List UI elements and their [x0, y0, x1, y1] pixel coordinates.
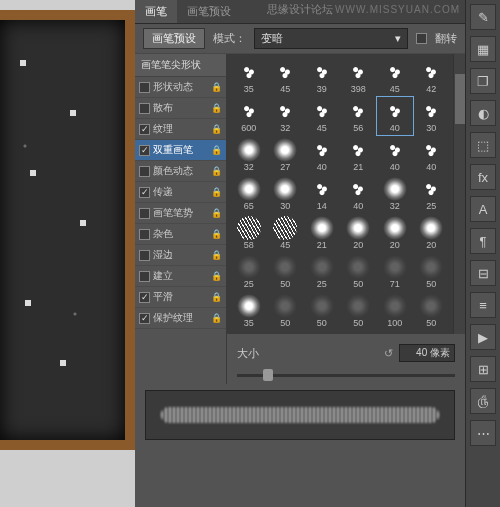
brush-thumb-2[interactable]: 39 — [304, 58, 340, 96]
tool-brush-icon[interactable]: ✎ — [470, 4, 496, 30]
option-0[interactable]: 形状动态🔒 — [135, 77, 226, 98]
tab-brush[interactable]: 画笔 — [135, 0, 177, 23]
brush-thumb-9[interactable]: 56 — [341, 97, 377, 135]
option-checkbox[interactable] — [139, 271, 150, 282]
tool-align-icon[interactable]: ≡ — [470, 292, 496, 318]
brush-thumb-12[interactable]: 32 — [231, 136, 267, 174]
brush-thumb-19[interactable]: 30 — [268, 175, 304, 213]
brush-thumb-10[interactable]: 40 — [377, 97, 413, 135]
brush-thumb-23[interactable]: 25 — [414, 175, 450, 213]
options-header[interactable]: 画笔笔尖形状 — [135, 54, 226, 77]
brush-thumb-5[interactable]: 42 — [414, 58, 450, 96]
option-11[interactable]: 保护纹理🔒 — [135, 308, 226, 329]
brush-preset-button[interactable]: 画笔预设 — [143, 28, 205, 49]
option-checkbox[interactable] — [139, 313, 150, 324]
tool-char-icon[interactable]: A — [470, 196, 496, 222]
option-checkbox[interactable] — [139, 208, 150, 219]
option-checkbox[interactable] — [139, 229, 150, 240]
lock-icon[interactable]: 🔒 — [211, 292, 222, 302]
brush-thumb-27[interactable]: 20 — [341, 214, 377, 252]
lock-icon[interactable]: 🔒 — [211, 208, 222, 218]
brush-thumb-3[interactable]: 398 — [341, 58, 377, 96]
lock-icon[interactable]: 🔒 — [211, 313, 222, 323]
canvas-blackboard[interactable] — [0, 10, 135, 450]
brush-thumb-22[interactable]: 32 — [377, 175, 413, 213]
size-value[interactable]: 40 像素 — [399, 344, 455, 362]
lock-icon[interactable]: 🔒 — [211, 229, 222, 239]
tool-cube-icon[interactable]: ⬚ — [470, 132, 496, 158]
reset-icon[interactable]: ↺ — [384, 347, 393, 360]
option-5[interactable]: 传递🔒 — [135, 182, 226, 203]
brush-thumb-38[interactable]: 50 — [304, 292, 340, 330]
brush-thumb-4[interactable]: 45 — [377, 58, 413, 96]
lock-icon[interactable]: 🔒 — [211, 82, 222, 92]
brush-thumb-31[interactable]: 50 — [268, 253, 304, 291]
brush-thumb-14[interactable]: 40 — [304, 136, 340, 174]
brush-thumb-34[interactable]: 71 — [377, 253, 413, 291]
tool-para-icon[interactable]: ¶ — [470, 228, 496, 254]
brush-scrollbar[interactable] — [453, 54, 465, 334]
brush-thumb-13[interactable]: 27 — [268, 136, 304, 174]
option-checkbox[interactable] — [139, 124, 150, 135]
brush-thumb-26[interactable]: 21 — [304, 214, 340, 252]
mode-dropdown[interactable]: 变暗 ▾ — [254, 28, 408, 49]
brush-thumb-41[interactable]: 50 — [414, 292, 450, 330]
tool-action-icon[interactable]: ௹ — [470, 388, 496, 414]
lock-icon[interactable]: 🔒 — [211, 124, 222, 134]
brush-thumb-30[interactable]: 25 — [231, 253, 267, 291]
brush-thumb-24[interactable]: 58 — [231, 214, 267, 252]
tool-adjust-icon[interactable]: ◐ — [470, 100, 496, 126]
brush-thumb-0[interactable]: 35 — [231, 58, 267, 96]
option-checkbox[interactable] — [139, 145, 150, 156]
tab-preset[interactable]: 画笔预设 — [177, 0, 241, 23]
option-6[interactable]: 画笔笔势🔒 — [135, 203, 226, 224]
lock-icon[interactable]: 🔒 — [211, 145, 222, 155]
lock-icon[interactable]: 🔒 — [211, 166, 222, 176]
lock-icon[interactable]: 🔒 — [211, 187, 222, 197]
option-10[interactable]: 平滑🔒 — [135, 287, 226, 308]
brush-thumb-15[interactable]: 21 — [341, 136, 377, 174]
brush-thumb-1[interactable]: 45 — [268, 58, 304, 96]
brush-thumb-39[interactable]: 50 — [341, 292, 377, 330]
option-8[interactable]: 湿边🔒 — [135, 245, 226, 266]
brush-thumb-37[interactable]: 50 — [268, 292, 304, 330]
brush-thumb-25[interactable]: 45 — [268, 214, 304, 252]
brush-thumb-11[interactable]: 30 — [414, 97, 450, 135]
tool-more-icon[interactable]: ⋯ — [470, 420, 496, 446]
tool-info-icon[interactable]: ⊞ — [470, 356, 496, 382]
option-checkbox[interactable] — [139, 103, 150, 114]
brush-thumb-28[interactable]: 20 — [377, 214, 413, 252]
brush-thumb-18[interactable]: 65 — [231, 175, 267, 213]
lock-icon[interactable]: 🔒 — [211, 103, 222, 113]
option-3[interactable]: 双重画笔🔒 — [135, 140, 226, 161]
option-checkbox[interactable] — [139, 250, 150, 261]
flip-checkbox[interactable] — [416, 33, 427, 44]
lock-icon[interactable]: 🔒 — [211, 250, 222, 260]
option-2[interactable]: 纹理🔒 — [135, 119, 226, 140]
brush-thumb-29[interactable]: 20 — [414, 214, 450, 252]
size-slider[interactable] — [237, 374, 455, 377]
brush-thumb-40[interactable]: 100 — [377, 292, 413, 330]
brush-thumb-20[interactable]: 14 — [304, 175, 340, 213]
option-checkbox[interactable] — [139, 166, 150, 177]
brush-thumb-17[interactable]: 40 — [414, 136, 450, 174]
brush-thumb-35[interactable]: 50 — [414, 253, 450, 291]
tool-layers-icon[interactable]: ❐ — [470, 68, 496, 94]
lock-icon[interactable]: 🔒 — [211, 271, 222, 281]
option-checkbox[interactable] — [139, 292, 150, 303]
brush-thumb-16[interactable]: 40 — [377, 136, 413, 174]
option-checkbox[interactable] — [139, 187, 150, 198]
option-4[interactable]: 颜色动态🔒 — [135, 161, 226, 182]
tool-text-icon[interactable]: fx — [470, 164, 496, 190]
option-9[interactable]: 建立🔒 — [135, 266, 226, 287]
brush-thumb-21[interactable]: 40 — [341, 175, 377, 213]
option-checkbox[interactable] — [139, 82, 150, 93]
tool-history-icon[interactable]: ▶ — [470, 324, 496, 350]
tool-ruler-icon[interactable]: ⊟ — [470, 260, 496, 286]
option-7[interactable]: 杂色🔒 — [135, 224, 226, 245]
brush-thumb-8[interactable]: 45 — [304, 97, 340, 135]
brush-thumb-7[interactable]: 32 — [268, 97, 304, 135]
tool-swatch-icon[interactable]: ▦ — [470, 36, 496, 62]
brush-thumb-6[interactable]: 600 — [231, 97, 267, 135]
brush-thumb-33[interactable]: 50 — [341, 253, 377, 291]
